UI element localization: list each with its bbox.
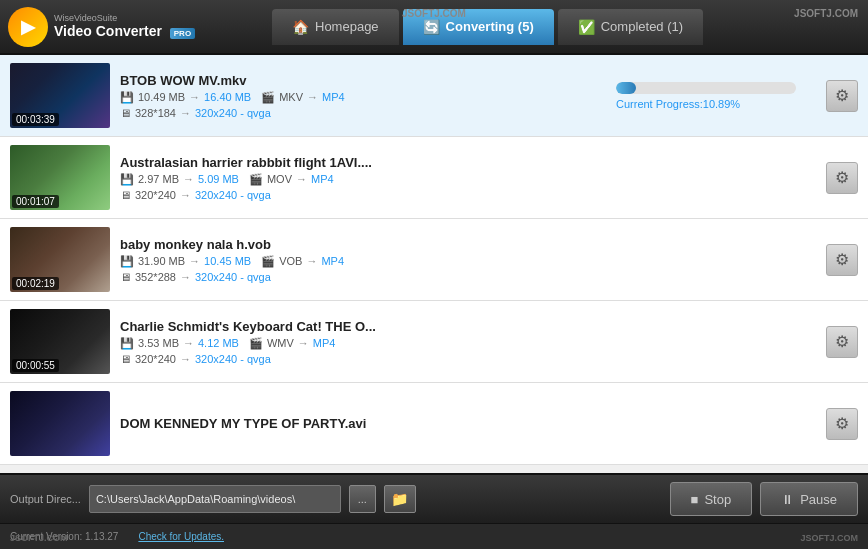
pro-badge: PRO	[170, 28, 195, 40]
logo-subtitle: WiseVideoSuite	[54, 14, 195, 23]
watermark-top-right: JSOFTJ.COM	[794, 8, 858, 19]
format-new: MP4	[321, 255, 344, 267]
resolution-new: 320x240 - qvga	[195, 271, 271, 283]
video-title: BTOB WOW MV.mkv	[120, 73, 606, 88]
nav-tabs: 🏠 Homepage 🔄 Converting (5) ✅ Completed …	[272, 9, 703, 45]
video-resolution: 🖥 328*184 → 320x240 - qvga	[120, 107, 606, 119]
resolution-icon: 🖥	[120, 107, 131, 119]
tab-homepage[interactable]: 🏠 Homepage	[272, 9, 399, 45]
video-item[interactable]: DOM KENNEDY MY TYPE OF PARTY.avi ⚙	[0, 383, 868, 465]
progress-bar-fill	[616, 82, 636, 94]
pause-icon: ⏸	[781, 492, 794, 507]
video-resolution: 🖥 320*240 → 320x240 - qvga	[120, 353, 606, 365]
completed-icon: ✅	[578, 19, 595, 35]
resolution-new: 320x240 - qvga	[195, 189, 271, 201]
resolution-original: 320*240	[135, 353, 176, 365]
resolution-icon: 🖥	[120, 353, 131, 365]
video-duration: 00:03:39	[12, 113, 59, 126]
stop-icon: ■	[691, 492, 699, 507]
video-info: Australasian harrier rabbbit flight 1AVI…	[120, 155, 606, 201]
logo-area: ▶ WiseVideoSuite Video Converter PRO	[8, 7, 195, 47]
video-thumbnail: 00:02:19	[10, 227, 110, 292]
browse-button[interactable]: ...	[349, 485, 376, 513]
resolution-new: 320x240 - qvga	[195, 107, 271, 119]
size-original: 10.49 MB	[138, 91, 185, 103]
video-title: Australasian harrier rabbbit flight 1AVI…	[120, 155, 606, 170]
video-meta: 💾 31.90 MB → 10.45 MB 🎬 VOB → MP4	[120, 255, 606, 268]
bottom-toolbar: Output Direc... ... 📁 ■ Stop ⏸ Pause	[0, 473, 868, 523]
size-icon: 💾	[120, 337, 134, 350]
format-original: WMV	[267, 337, 294, 349]
video-title: DOM KENNEDY MY TYPE OF PARTY.avi	[120, 416, 816, 431]
pause-button[interactable]: ⏸ Pause	[760, 482, 858, 516]
video-list: 00:03:39 BTOB WOW MV.mkv 💾 10.49 MB → 16…	[0, 55, 868, 473]
size-new: 10.45 MB	[204, 255, 251, 267]
format-icon: 🎬	[261, 255, 275, 268]
format-icon: 🎬	[261, 91, 275, 104]
open-folder-button[interactable]: 📁	[384, 485, 416, 513]
progress-area: Current Progress:10.89%	[616, 82, 816, 110]
check-updates-link[interactable]: Check for Updates.	[138, 531, 224, 542]
resolution-original: 320*240	[135, 189, 176, 201]
video-duration: 00:00:55	[12, 359, 59, 372]
video-item[interactable]: 00:03:39 BTOB WOW MV.mkv 💾 10.49 MB → 16…	[0, 55, 868, 137]
resolution-icon: 🖥	[120, 271, 131, 283]
output-dir-label: Output Direc...	[10, 493, 81, 505]
home-icon: 🏠	[292, 19, 309, 35]
video-title: baby monkey nala h.vob	[120, 237, 606, 252]
video-thumbnail: 00:01:07	[10, 145, 110, 210]
size-original: 3.53 MB	[138, 337, 179, 349]
format-new: MP4	[313, 337, 336, 349]
format-original: VOB	[279, 255, 302, 267]
app-title: Video Converter PRO	[54, 23, 195, 40]
video-info: DOM KENNEDY MY TYPE OF PARTY.avi	[120, 416, 816, 431]
resolution-original: 328*184	[135, 107, 176, 119]
watermark-bottom-right: JSOFTJ.COM	[800, 533, 858, 543]
video-item[interactable]: 00:02:19 baby monkey nala h.vob 💾 31.90 …	[0, 219, 868, 301]
settings-button[interactable]: ⚙	[826, 408, 858, 440]
format-icon: 🎬	[249, 173, 263, 186]
video-thumbnail: 00:00:55	[10, 309, 110, 374]
folder-icon: 📁	[391, 491, 408, 507]
size-original: 31.90 MB	[138, 255, 185, 267]
resolution-icon: 🖥	[120, 189, 131, 201]
size-icon: 💾	[120, 173, 134, 186]
video-title: Charlie Schmidt's Keyboard Cat! THE O...	[120, 319, 606, 334]
settings-button[interactable]: ⚙	[826, 162, 858, 194]
size-icon: 💾	[120, 91, 134, 104]
video-item[interactable]: 00:01:07 Australasian harrier rabbbit fl…	[0, 137, 868, 219]
resolution-new: 320x240 - qvga	[195, 353, 271, 365]
watermark-bottom-left: JSOFTJ.COM	[10, 533, 68, 543]
output-path-input[interactable]	[89, 485, 341, 513]
video-info: Charlie Schmidt's Keyboard Cat! THE O...…	[120, 319, 606, 365]
video-duration: 00:01:07	[12, 195, 59, 208]
settings-button[interactable]: ⚙	[826, 326, 858, 358]
video-item[interactable]: 00:00:55 Charlie Schmidt's Keyboard Cat!…	[0, 301, 868, 383]
format-original: MOV	[267, 173, 292, 185]
video-info: BTOB WOW MV.mkv 💾 10.49 MB → 16.40 MB 🎬 …	[120, 73, 606, 119]
video-thumbnail: 00:03:39	[10, 63, 110, 128]
format-icon: 🎬	[249, 337, 263, 350]
video-resolution: 🖥 352*288 → 320x240 - qvga	[120, 271, 606, 283]
format-new: MP4	[322, 91, 345, 103]
format-new: MP4	[311, 173, 334, 185]
app-logo-icon: ▶	[8, 7, 48, 47]
video-meta: 💾 10.49 MB → 16.40 MB 🎬 MKV → MP4	[120, 91, 606, 104]
tab-completed[interactable]: ✅ Completed (1)	[558, 9, 703, 45]
logo-text: WiseVideoSuite Video Converter PRO	[54, 14, 195, 40]
video-resolution: 🖥 320*240 → 320x240 - qvga	[120, 189, 606, 201]
settings-button[interactable]: ⚙	[826, 80, 858, 112]
resolution-original: 352*288	[135, 271, 176, 283]
video-meta: 💾 3.53 MB → 4.12 MB 🎬 WMV → MP4	[120, 337, 606, 350]
settings-button[interactable]: ⚙	[826, 244, 858, 276]
stop-button[interactable]: ■ Stop	[670, 482, 753, 516]
status-bar: Current Version: 1.13.27 Check for Updat…	[0, 523, 868, 549]
size-new: 5.09 MB	[198, 173, 239, 185]
progress-bar-background	[616, 82, 796, 94]
video-duration: 00:02:19	[12, 277, 59, 290]
size-icon: 💾	[120, 255, 134, 268]
size-original: 2.97 MB	[138, 173, 179, 185]
video-thumbnail	[10, 391, 110, 456]
watermark-center-top: JSOFTJ.COM	[402, 8, 466, 19]
size-new: 4.12 MB	[198, 337, 239, 349]
